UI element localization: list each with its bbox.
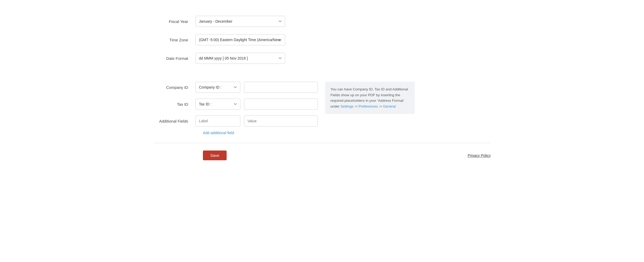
fiscal-year-section: Fiscal Year January - December April - M…	[153, 11, 491, 76]
additional-fields-row: Additional Fields	[153, 115, 318, 127]
time-zone-select[interactable]: (GMT -5:00) Eastern Daylight Time (Ameri…	[196, 34, 285, 45]
time-zone-label: Time Zone	[153, 38, 196, 42]
fiscal-year-label: Fiscal Year	[153, 19, 196, 24]
time-zone-row: Time Zone (GMT -5:00) Eastern Daylight T…	[153, 34, 491, 45]
info-arrow1: ->	[353, 104, 359, 108]
footer-row: Save Privacy Policy	[153, 151, 491, 160]
tax-id-input[interactable]	[244, 99, 318, 110]
save-button[interactable]: Save	[203, 151, 227, 160]
company-id-select[interactable]: Company ID : Tax ID : VAT Number :	[196, 82, 240, 93]
preferences-link[interactable]: Preferences	[359, 104, 378, 108]
fiscal-year-select[interactable]: January - December April - March July - …	[196, 16, 285, 27]
company-fields-col: Company ID Company ID : Tax ID : VAT Num…	[153, 82, 318, 131]
fiscal-year-row: Fiscal Year January - December April - M…	[153, 16, 491, 27]
company-fields-section: Company ID Company ID : Tax ID : VAT Num…	[153, 82, 491, 131]
info-arrow2: ->	[378, 104, 383, 108]
date-format-label: Date Format	[153, 56, 196, 61]
additional-fields-label-input[interactable]	[196, 115, 240, 127]
company-id-row: Company ID Company ID : Tax ID : VAT Num…	[153, 82, 318, 93]
tax-id-row: Tax ID Company ID : Tax ID : VAT Number …	[153, 99, 318, 110]
settings-link[interactable]: Settings	[340, 104, 353, 108]
company-id-label: Company ID	[153, 85, 196, 90]
general-link[interactable]: General	[383, 104, 396, 108]
tax-id-select[interactable]: Company ID : Tax ID : VAT Number :	[196, 99, 240, 110]
privacy-policy-link[interactable]: Privacy Policy	[468, 153, 491, 158]
tax-id-label: Tax ID	[153, 102, 196, 106]
company-id-input[interactable]	[244, 82, 318, 93]
additional-fields-value-input[interactable]	[244, 115, 318, 127]
date-format-row: Date Format dd MMM yyyy [ 05 Nov 2019 ] …	[153, 53, 491, 64]
date-format-select[interactable]: dd MMM yyyy [ 05 Nov 2019 ] MM/dd/yyyy d…	[196, 53, 285, 64]
section-divider	[153, 143, 491, 143]
additional-fields-label: Additional Fields	[153, 119, 196, 123]
add-additional-field-link[interactable]: Add additional field	[203, 131, 491, 135]
page-wrapper: Fiscal Year January - December April - M…	[138, 0, 506, 171]
info-box: You can have Company ID, Tax ID and Addi…	[325, 82, 415, 114]
